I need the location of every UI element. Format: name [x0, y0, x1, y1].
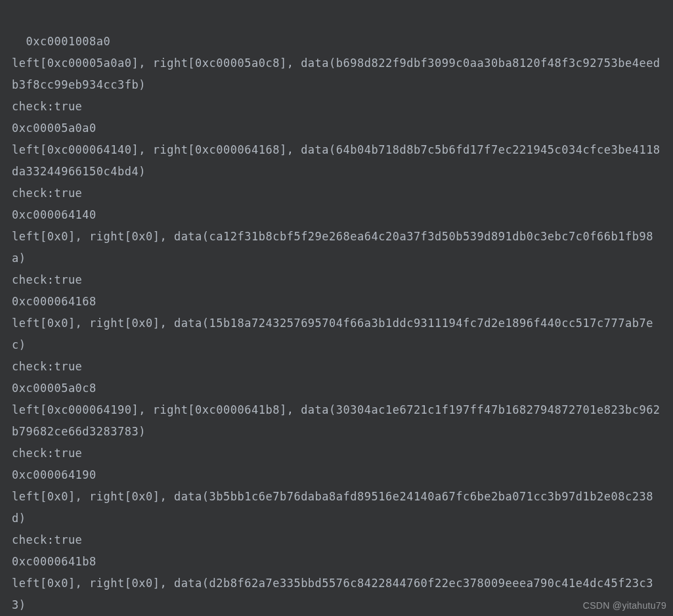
output-line: check:true [12, 360, 82, 373]
output-line: 0xc000064168 [12, 295, 97, 308]
output-line: 0xc0000641b8 [12, 555, 97, 568]
output-line: check:true [12, 100, 82, 113]
output-line: check:true [12, 533, 82, 546]
output-line: left[0xc000064140], right[0xc000064168],… [12, 143, 661, 178]
output-line: left[0x0], right[0x0], data(d2b8f62a7e33… [12, 577, 653, 611]
output-line: 0xc00005a0a0 [12, 121, 97, 135]
terminal-output: 0xc0001008a0 left[0xc00005a0a0], right[0… [0, 0, 673, 616]
output-line: left[0x0], right[0x0], data(ca12f31b8cbf… [12, 230, 653, 265]
output-line: left[0x0], right[0x0], data(15b18a724325… [12, 317, 653, 351]
output-line: 0xc000064140 [12, 208, 97, 221]
output-line: check:true [12, 187, 82, 200]
output-line: 0xc0001008a0 [26, 35, 110, 48]
output-line: 0xc000064190 [12, 468, 97, 481]
output-line: 0xc00005a0c8 [12, 382, 97, 395]
output-line: check:true [12, 273, 82, 286]
output-line: check:true [12, 447, 82, 460]
output-line: left[0xc00005a0a0], right[0xc00005a0c8],… [12, 56, 661, 91]
output-line: left[0x0], right[0x0], data(3b5bb1c6e7b7… [12, 490, 653, 525]
output-line: left[0xc000064190], right[0xc0000641b8],… [12, 403, 661, 438]
